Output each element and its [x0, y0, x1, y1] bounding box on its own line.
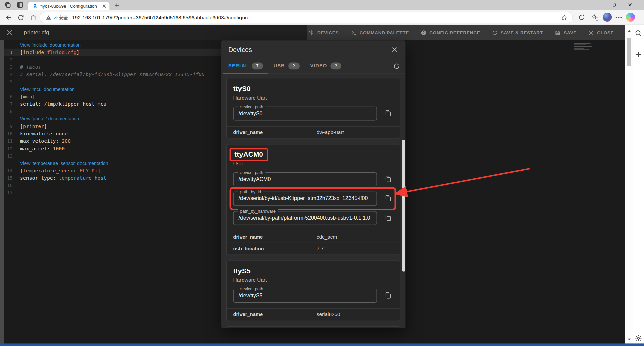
button-label: COMMAND PALETTE: [360, 30, 409, 35]
editor-close-icon[interactable]: [6, 28, 13, 36]
line-number: [4, 115, 20, 123]
text-field[interactable]: device_path/dev/ttyS5: [233, 289, 377, 303]
scroll-up-icon[interactable]: [627, 27, 632, 33]
config-editor-header: printer.cfg DEVICESCOMMAND PALETTE?CONFI…: [0, 25, 625, 40]
field-path_by_id: path_by_id/dev/serial/by-id/usb-Klipper_…: [233, 192, 393, 206]
text-field[interactable]: path_by_hardware/dev/serial/by-path/plat…: [233, 211, 377, 225]
code-text: [mcu]: [20, 93, 35, 100]
device-list: ttyS0Hardware Uartdevice_path/dev/ttyS0d…: [221, 74, 405, 328]
copy-button[interactable]: [383, 109, 393, 119]
tab-close-icon[interactable]: [101, 3, 107, 9]
refresh-icon[interactable]: [393, 62, 400, 70]
sidebar-add-icon[interactable]: [635, 51, 642, 58]
line-number: 4: [4, 71, 20, 78]
restart-icon: [492, 30, 498, 36]
tab-video[interactable]: VIDEO?: [305, 59, 347, 73]
dialog-tabs: SERIAL7USB?VIDEO?: [221, 59, 405, 74]
dialog-close-icon[interactable]: [391, 46, 398, 53]
browser-scrollbar[interactable]: [625, 25, 633, 344]
devices-dialog: Devices SERIAL7USB?VIDEO? ttyS0Hardware …: [221, 40, 405, 328]
copy-button[interactable]: [383, 213, 393, 224]
line-number: 6: [4, 93, 20, 100]
property-row-driver_name: driver_nameserial8250: [227, 308, 400, 321]
field-device_path: device_path/dev/ttyACM0: [233, 172, 393, 186]
code-text: max_accel: 1000: [20, 145, 65, 152]
copilot-icon[interactable]: [626, 13, 635, 22]
copy-button[interactable]: [383, 291, 393, 301]
tab-usb[interactable]: USB?: [268, 59, 305, 73]
button-label: DEVICES: [317, 30, 339, 35]
back-icon[interactable]: [5, 14, 12, 21]
bookmark-star-icon[interactable]: [561, 14, 568, 21]
text-field[interactable]: path_by_id/dev/serial/by-id/usb-Klipper_…: [233, 192, 377, 206]
device-name: ttyACM0: [230, 148, 268, 161]
save-button[interactable]: SAVE: [550, 27, 581, 38]
command-palette-button[interactable]: COMMAND PALETTE: [346, 27, 413, 38]
text-field[interactable]: device_path/dev/ttyS0: [233, 107, 377, 121]
workspaces-icon[interactable]: [4, 1, 11, 9]
device-type: Usb: [233, 161, 393, 167]
property-row-driver_name: driver_namecdc_acm: [227, 231, 400, 243]
property-row-usb_location: usb_location7:7: [227, 243, 400, 255]
browser-tab[interactable]: flyos-83b69e | Configuration: [28, 2, 109, 10]
reload-icon[interactable]: [17, 14, 25, 21]
security-label[interactable]: 不安全: [54, 15, 68, 21]
button-label: CLOSE: [597, 30, 614, 35]
copy-icon: [384, 109, 392, 117]
config-reference-button[interactable]: ?CONFIG REFERENCE: [416, 27, 484, 38]
browser-essentials-icon[interactable]: [578, 13, 585, 21]
scroll-down-icon[interactable]: [627, 336, 632, 341]
sidebar-search-icon[interactable]: [635, 29, 642, 37]
doc-link[interactable]: View 'temperature_sensor' documentation: [20, 160, 108, 167]
save-restart-button[interactable]: SAVE & RESTART: [488, 27, 547, 38]
usb-icon: [308, 30, 314, 36]
url-text[interactable]: 192.168.101.179/f/?printer=36756b12459d5…: [72, 15, 561, 20]
tab-serial[interactable]: SERIAL7: [223, 59, 268, 73]
copy-icon: [384, 292, 392, 299]
tab-count-badge: ?: [330, 62, 341, 69]
line-number: 12: [4, 145, 20, 152]
browser-navbar: 不安全 192.168.101.179/f/?printer=36756b124…: [0, 10, 644, 25]
button-label: SAVE: [564, 30, 577, 35]
doc-link[interactable]: View 'include' documentation: [20, 41, 81, 49]
editor-left-strip: [0, 40, 4, 344]
tab-label: USB: [274, 63, 285, 69]
line-number: 11: [4, 137, 20, 145]
home-icon[interactable]: [30, 14, 37, 21]
line-number: 9: [4, 123, 20, 130]
doc-link[interactable]: View 'printer' documentation: [20, 115, 79, 123]
close-button[interactable]: CLOSE: [584, 27, 618, 38]
dialog-scrollbar-thumb[interactable]: [402, 140, 405, 272]
field-label: device_path: [238, 286, 265, 292]
copy-button[interactable]: [383, 174, 393, 185]
line-number: 14: [4, 167, 20, 174]
copy-button[interactable]: [383, 194, 393, 205]
text-field[interactable]: device_path/dev/ttyACM0: [233, 172, 377, 186]
device-name: ttyS0: [233, 84, 251, 93]
address-bar[interactable]: 不安全 192.168.101.179/f/?printer=36756b124…: [40, 12, 573, 23]
profile-avatar[interactable]: [603, 13, 612, 22]
new-tab-button[interactable]: [114, 2, 120, 9]
close-icon: [588, 30, 594, 36]
line-number: 2: [4, 56, 20, 63]
tab-search-icon[interactable]: [16, 1, 24, 9]
favorites-icon[interactable]: [591, 13, 599, 21]
taskbar-edge: [0, 343, 644, 346]
scrollbar-thumb[interactable]: [627, 38, 631, 66]
dialog-title: Devices: [228, 46, 391, 53]
devices-button[interactable]: DEVICES: [304, 27, 343, 38]
window-minimize-button[interactable]: [594, 1, 606, 9]
code-text: kinematics: none: [20, 130, 68, 137]
window-restore-button[interactable]: [608, 1, 621, 9]
code-text: sensor_type: temperature_host: [20, 174, 106, 182]
line-number: 15: [4, 174, 20, 182]
doc-link[interactable]: View 'mcu' documentation: [20, 85, 75, 93]
line-number: [4, 85, 20, 93]
filename-title: printer.cfg: [24, 29, 49, 36]
property-key: driver_name: [233, 129, 317, 135]
property-value: dw-apb-uart: [317, 129, 344, 135]
sidebar-settings-icon[interactable]: [635, 334, 642, 342]
not-secure-warning-icon[interactable]: [46, 15, 51, 20]
window-close-button[interactable]: [624, 1, 636, 9]
more-menu-icon[interactable]: [615, 13, 623, 21]
